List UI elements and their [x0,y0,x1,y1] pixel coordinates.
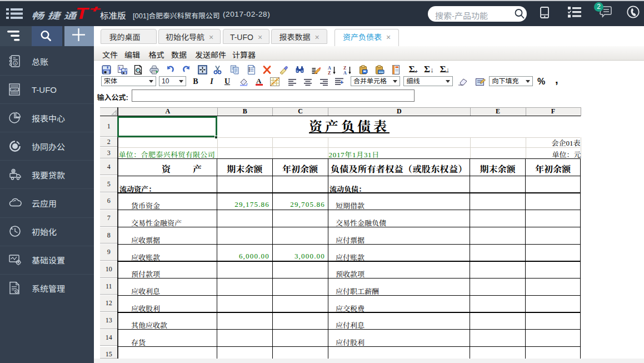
svg-text:Z: Z [328,70,331,74]
svg-text:¥: ¥ [14,62,17,65]
svg-text:T-UFO: T-UFO [11,88,18,91]
svg-text:A: A [343,70,347,74]
